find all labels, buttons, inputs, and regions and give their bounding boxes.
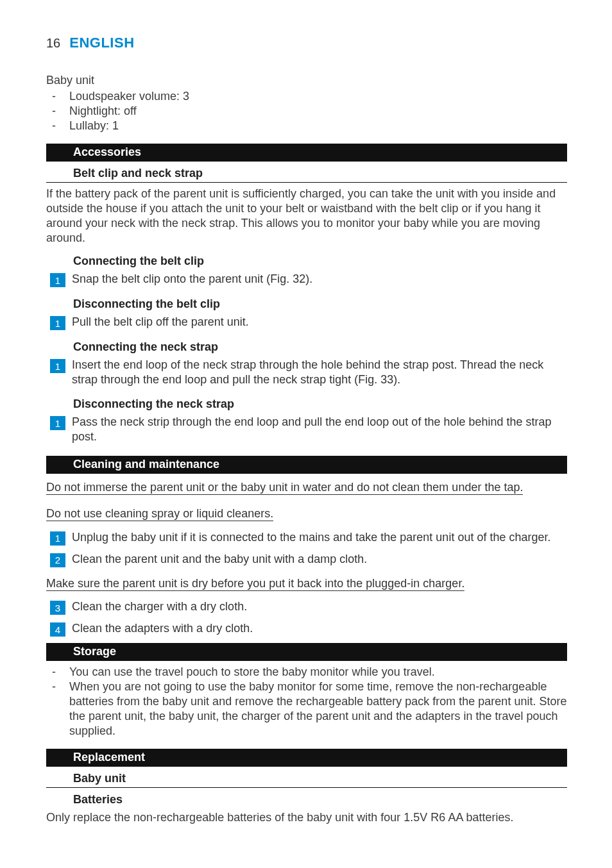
step-text: Clean the adapters with a dry cloth. xyxy=(72,621,567,636)
intro-subtitle: Baby unit xyxy=(46,73,567,88)
step-row: 1 Insert the end loop of the neck strap … xyxy=(46,358,567,387)
step-number-icon: 1 xyxy=(50,316,65,330)
step-row: 1 Pass the neck strip through the end lo… xyxy=(46,415,567,444)
subsection-batteries: Batteries xyxy=(46,792,567,808)
step-text: Unplug the baby unit if it is connected … xyxy=(72,530,567,545)
subsection-baby-unit: Baby unit xyxy=(46,771,567,788)
list-item: You can use the travel pouch to store th… xyxy=(46,665,567,680)
section-storage: Storage xyxy=(46,643,567,661)
belt-neck-paragraph: If the battery pack of the parent unit i… xyxy=(46,187,567,246)
step-row: 1 Pull the belt clip off the parent unit… xyxy=(46,315,567,330)
subsection-belt-neck: Belt clip and neck strap xyxy=(46,165,567,183)
step-row: 3 Clean the charger with a dry cloth. xyxy=(46,599,567,615)
list-item: Loudspeaker volume: 3 xyxy=(46,89,567,104)
step-row: 4 Clean the adapters with a dry cloth. xyxy=(46,621,567,637)
section-accessories: Accessories xyxy=(46,144,567,162)
batteries-paragraph: Only replace the non-rechargeable batter… xyxy=(46,810,567,825)
subsection-disconnect-belt: Disconnecting the belt clip xyxy=(46,294,567,312)
list-item: When you are not going to use the baby m… xyxy=(46,680,567,739)
subsection-connect-neck: Connecting the neck strap xyxy=(46,337,567,355)
warning-text: Do not use cleaning spray or liquid clea… xyxy=(46,504,567,524)
step-text: Pull the belt clip off the parent unit. xyxy=(72,315,567,330)
step-number-icon: 1 xyxy=(50,359,65,373)
language-label: ENGLISH xyxy=(69,35,134,51)
subsection-disconnect-neck: Disconnecting the neck strap xyxy=(46,394,567,412)
step-text: Snap the belt clip onto the parent unit … xyxy=(72,272,567,287)
step-number-icon: 2 xyxy=(50,553,65,567)
step-text: Pass the neck strip through the end loop… xyxy=(72,415,567,444)
list-item: Lullaby: 1 xyxy=(46,119,567,133)
step-text: Insert the end loop of the neck strap th… xyxy=(72,358,567,387)
step-number-icon: 3 xyxy=(50,601,65,615)
page-header: 16 ENGLISH xyxy=(46,35,567,51)
step-text: Clean the charger with a dry cloth. xyxy=(72,599,567,614)
step-row: 2 Clean the parent unit and the baby uni… xyxy=(46,552,567,567)
warning-text: Make sure the parent unit is dry before … xyxy=(46,574,567,594)
section-cleaning: Cleaning and maintenance xyxy=(46,456,567,474)
list-item: Nightlight: off xyxy=(46,104,567,119)
page-number: 16 xyxy=(46,36,60,51)
section-replacement: Replacement xyxy=(46,749,567,767)
manual-page: 16 ENGLISH Baby unit Loudspeaker volume:… xyxy=(0,0,612,868)
step-row: 1 Snap the belt clip onto the parent uni… xyxy=(46,272,567,287)
warning-text: Do not immerse the parent unit or the ba… xyxy=(46,478,567,497)
step-row: 1 Unplug the baby unit if it is connecte… xyxy=(46,530,567,546)
storage-list: You can use the travel pouch to store th… xyxy=(46,665,567,739)
step-number-icon: 1 xyxy=(50,416,65,430)
step-number-icon: 1 xyxy=(50,531,65,546)
subsection-connect-belt: Connecting the belt clip xyxy=(46,251,567,269)
step-number-icon: 1 xyxy=(50,273,65,287)
step-number-icon: 4 xyxy=(50,622,65,637)
step-text: Clean the parent unit and the baby unit … xyxy=(72,552,567,567)
intro-list: Loudspeaker volume: 3 Nightlight: off Lu… xyxy=(46,89,567,133)
